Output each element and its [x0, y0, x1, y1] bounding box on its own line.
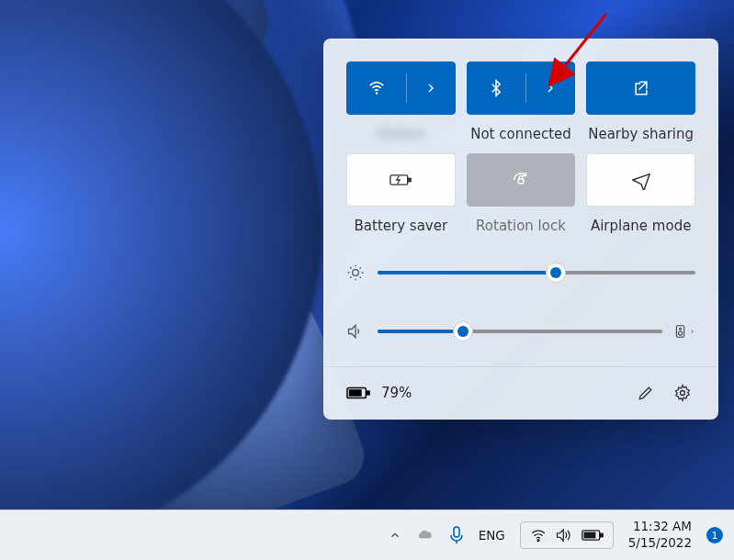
svg-line-12 [360, 267, 361, 268]
onedrive-icon[interactable] [416, 529, 435, 542]
bluetooth-icon [468, 79, 526, 97]
tray-wifi-icon [530, 528, 547, 543]
taskbar: ENG 11:32 AM 5/15/2022 1 [0, 510, 734, 560]
battery-saver-label: Battery saver [346, 218, 456, 234]
svg-rect-19 [349, 389, 362, 396]
system-tray-cluster[interactable] [520, 521, 614, 549]
svg-line-9 [350, 267, 351, 268]
svg-point-15 [680, 328, 682, 330]
volume-slider[interactable] [378, 330, 662, 333]
battery-icon[interactable] [346, 386, 370, 400]
audio-output-button[interactable] [675, 322, 695, 341]
svg-rect-3 [518, 179, 524, 184]
svg-point-16 [678, 331, 682, 335]
svg-point-24 [537, 540, 539, 542]
tray-overflow-button[interactable] [389, 529, 401, 542]
language-indicator[interactable]: ENG [479, 528, 505, 543]
tray-battery-icon [582, 529, 604, 542]
svg-point-20 [681, 391, 685, 396]
svg-rect-27 [600, 533, 603, 536]
rotation-lock-tile [467, 153, 576, 207]
tray-volume-icon [556, 528, 572, 543]
svg-rect-2 [409, 178, 412, 181]
svg-rect-28 [583, 532, 595, 539]
taskbar-time: 11:32 AM [628, 519, 692, 535]
svg-line-11 [350, 277, 351, 278]
rotation-lock-label: Rotation lock [467, 218, 576, 234]
microphone-icon[interactable] [449, 526, 464, 544]
brightness-slider-row [346, 263, 695, 282]
bluetooth-label: Not connected [467, 126, 576, 142]
svg-point-0 [376, 92, 378, 95]
bluetooth-expand[interactable] [526, 81, 574, 95]
brightness-slider[interactable] [378, 271, 695, 274]
svg-marker-13 [349, 325, 356, 337]
wifi-expand[interactable] [407, 81, 455, 95]
brightness-icon [346, 263, 365, 282]
wifi-tile[interactable] [346, 62, 456, 115]
battery-saver-icon [347, 173, 455, 187]
rotation-lock-icon [468, 170, 575, 190]
wifi-label: Hidden [346, 126, 456, 142]
battery-percentage: 79% [381, 385, 412, 401]
nearby-sharing-label: Nearby sharing [586, 126, 695, 142]
airplane-icon [587, 170, 694, 190]
taskbar-date: 5/15/2022 [628, 535, 692, 552]
wifi-icon [347, 78, 406, 98]
edit-button[interactable] [633, 380, 659, 406]
quick-settings-panel: Hidden Not connected Nearby sharin [323, 39, 718, 420]
airplane-mode-label: Airplane mode [586, 218, 695, 234]
airplane-mode-tile[interactable] [586, 153, 695, 207]
nearby-sharing-tile[interactable] [586, 62, 695, 115]
svg-rect-22 [454, 527, 459, 537]
svg-marker-25 [557, 530, 563, 541]
volume-icon [346, 322, 365, 341]
svg-rect-18 [367, 391, 369, 395]
share-icon [587, 79, 694, 97]
taskbar-clock[interactable]: 11:32 AM 5/15/2022 [628, 519, 692, 551]
svg-point-4 [353, 270, 359, 276]
volume-slider-row [346, 322, 695, 341]
settings-button[interactable] [670, 380, 695, 406]
notification-badge[interactable]: 1 [706, 527, 723, 543]
battery-saver-tile[interactable] [346, 153, 456, 207]
bluetooth-tile[interactable] [467, 62, 576, 115]
svg-line-10 [360, 277, 361, 278]
